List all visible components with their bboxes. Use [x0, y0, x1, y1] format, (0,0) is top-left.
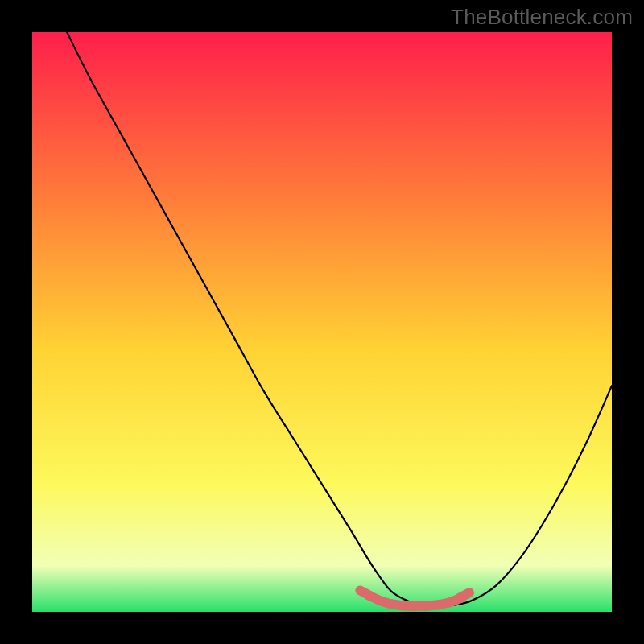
watermark-text: TheBottleneck.com	[451, 5, 633, 30]
gradient-background	[32, 32, 612, 612]
chart-svg	[32, 32, 612, 612]
plot-area	[32, 32, 612, 612]
chart-frame: TheBottleneck.com	[0, 0, 644, 644]
marker-pill	[459, 592, 469, 598]
